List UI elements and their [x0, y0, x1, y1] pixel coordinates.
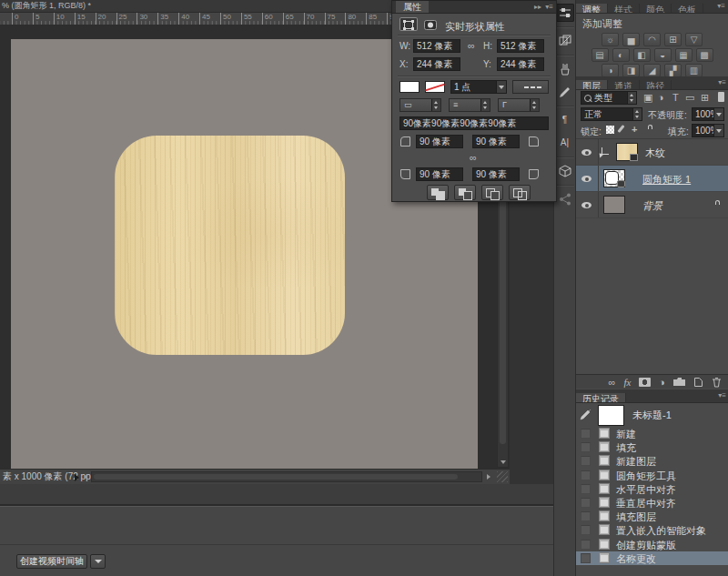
panel-menu-icon[interactable]: ▾≡ [545, 3, 553, 11]
layer-row-background[interactable]: 背景 [576, 192, 728, 218]
masks-icon[interactable] [421, 17, 440, 31]
history-source-checkbox[interactable] [581, 553, 591, 563]
character-panel-icon[interactable]: A| [556, 134, 574, 152]
stepper-icon[interactable] [480, 99, 490, 111]
chevron-down-icon[interactable] [496, 81, 506, 93]
timeline-mode-dropdown[interactable] [90, 554, 106, 569]
adjustment-black-white-icon[interactable]: ◧ [633, 48, 651, 62]
status-flyout-icon[interactable] [75, 474, 79, 481]
exclude-overlap-button[interactable] [509, 185, 531, 200]
history-source-checkbox[interactable] [581, 470, 591, 480]
blend-mode-select[interactable]: 正常 [581, 107, 642, 121]
filter-pixel-layers-icon[interactable]: ▣ [643, 92, 652, 104]
history-brush-source-icon[interactable] [580, 409, 592, 420]
horizontal-scrollbar[interactable] [91, 471, 482, 482]
stroke-corners-select[interactable]: Γ [498, 98, 540, 112]
filter-type-layers-icon[interactable]: T [672, 92, 679, 103]
layer-row-wood[interactable]: 木纹 [576, 139, 728, 166]
adjustment-gradient-map-icon[interactable]: ▞ [664, 64, 682, 77]
history-entry-row[interactable]: 水平居中对齐 [576, 482, 728, 496]
adjustment-brightness-contrast-icon[interactable]: ☼ [602, 33, 619, 46]
3d-material-panel-icon[interactable] [556, 162, 574, 180]
live-shape-icon[interactable] [399, 17, 418, 31]
adjustment-photo-filter-icon[interactable]: ◒ [654, 48, 672, 62]
history-entry-row[interactable]: 新建图层 [576, 454, 728, 468]
layer-name[interactable]: 背景 [642, 199, 662, 213]
layer-filter-select[interactable]: 类型 [581, 91, 637, 105]
tab-adjustments[interactable]: 调整 [576, 4, 608, 14]
new-group-folder-icon[interactable] [673, 378, 685, 387]
lock-position-icon[interactable]: + [632, 124, 637, 135]
history-entry-row[interactable]: 垂直居中对齐 [576, 496, 728, 510]
history-source-checkbox[interactable] [581, 525, 591, 535]
visibility-eye-icon[interactable] [581, 149, 592, 156]
radius-top-right-input[interactable]: 90 像素 [472, 135, 520, 148]
eye-cell[interactable] [576, 139, 599, 165]
history-source-checkbox[interactable] [581, 456, 591, 466]
layer-thumbnail[interactable] [603, 169, 625, 187]
height-input[interactable]: 512 像素 [497, 39, 544, 53]
tab-color[interactable]: 颜色 [640, 4, 672, 14]
history-entry-row[interactable]: 新建 [576, 427, 728, 440]
snapshot-thumbnail[interactable] [598, 405, 624, 426]
combine-shapes-button[interactable] [427, 185, 449, 200]
fill-color-swatch[interactable] [399, 81, 420, 93]
adjustment-curves-icon[interactable]: ◠ [643, 33, 661, 46]
history-source-checkbox[interactable] [581, 540, 591, 550]
link-dimensions-icon[interactable]: ∞ [468, 40, 475, 51]
filter-shape-layers-icon[interactable]: ▭ [685, 92, 694, 104]
adjustment-hue-saturation-icon[interactable]: ▤ [592, 48, 609, 62]
brush-panel-icon[interactable] [556, 83, 574, 101]
layer-thumbnail[interactable] [616, 143, 638, 161]
history-snapshot-row[interactable]: 未标题-1 [576, 403, 728, 427]
adjustment-levels-icon[interactable]: ▅ [622, 33, 640, 46]
layer-style-fx-icon[interactable]: fx [623, 376, 631, 389]
stepper-icon[interactable] [431, 99, 440, 111]
history-entry-row[interactable]: 填充 [576, 440, 728, 454]
scroll-left-icon[interactable] [84, 474, 87, 480]
filter-toggle-switch[interactable] [718, 92, 724, 102]
scroll-down-icon[interactable] [500, 460, 506, 464]
lock-pixels-icon[interactable] [617, 125, 624, 133]
eye-cell[interactable] [576, 192, 599, 217]
stroke-color-swatch[interactable] [425, 81, 445, 93]
collapse-panel-icon[interactable]: ▸▸ [534, 3, 541, 11]
adjustment-exposure-icon[interactable]: ⊞ [664, 33, 682, 46]
history-source-checkbox[interactable] [581, 429, 591, 439]
brush-presets-panel-icon[interactable] [556, 60, 574, 78]
visibility-eye-icon[interactable] [581, 202, 592, 208]
opacity-input[interactable]: 100% [692, 107, 724, 121]
layer-row-rounded-rectangle[interactable]: 圆角矩形 1 [576, 166, 728, 192]
tab-properties[interactable]: 属性 [396, 1, 429, 13]
horizontal-scrollbar-thumb[interactable] [94, 474, 458, 480]
adjustment-color-balance-icon[interactable]: ◐ [612, 48, 630, 62]
stroke-caps-select[interactable]: ≡ [449, 98, 490, 112]
y-input[interactable]: 244 像素 [497, 57, 544, 71]
adjustment-color-lookup-icon[interactable]: ▩ [696, 48, 713, 62]
chevron-down-icon[interactable] [713, 125, 723, 136]
history-entry-row[interactable]: 名称更改 [576, 551, 728, 565]
radius-bottom-left-input[interactable]: 90 像素 [416, 167, 463, 181]
panel-menu-icon[interactable]: ▾≡ [718, 78, 726, 86]
rounded-rectangle-shape[interactable] [115, 136, 345, 355]
window-resize-grip[interactable] [497, 471, 508, 482]
filter-adjustment-layers-icon[interactable]: ◑ [658, 92, 664, 103]
adjustment-vibrance-icon[interactable]: ▽ [685, 33, 703, 46]
stroke-type-select[interactable] [512, 80, 549, 94]
subtract-front-shape-button[interactable] [454, 185, 476, 200]
panel-menu-icon[interactable]: ▾≡ [718, 391, 726, 399]
share-panel-icon[interactable] [556, 190, 574, 208]
stepper-icon[interactable] [632, 108, 642, 120]
clone-source-panel-icon[interactable] [556, 32, 574, 50]
new-layer-icon[interactable] [693, 377, 703, 388]
history-source-checkbox[interactable] [581, 442, 591, 452]
intersect-shapes-button[interactable] [481, 185, 503, 200]
history-source-checkbox[interactable] [581, 511, 591, 521]
adjustment-channel-mixer-icon[interactable]: ▦ [675, 48, 693, 62]
history-entry-row[interactable]: 创建剪贴蒙版 [576, 538, 728, 551]
chevron-down-icon[interactable] [713, 108, 723, 120]
history-source-checkbox[interactable] [581, 484, 591, 494]
corner-radius-summary-input[interactable]: 90像素90像素90像素90像素 [399, 116, 549, 130]
x-input[interactable]: 244 像素 [413, 57, 460, 71]
stepper-icon[interactable] [530, 99, 539, 111]
